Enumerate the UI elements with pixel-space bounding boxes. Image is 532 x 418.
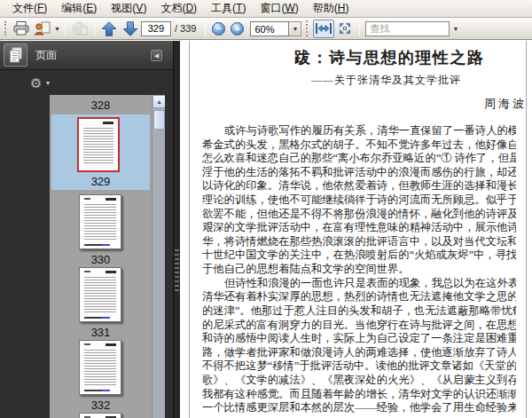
body-text-line: 希金式的头发，黑格尔式的胡子。不知不觉许多年过去，他好像自己也不 bbox=[202, 138, 516, 153]
collapse-panel-button[interactable]: ◀ bbox=[151, 50, 162, 61]
body-text-line: 欲罢不能，但他还是不得不将那份浪漫的情怀，融化到他的诗评及至更加 bbox=[202, 208, 516, 222]
page-number-input[interactable] bbox=[141, 21, 171, 36]
body-text-line: 淫于他的生活的落拓不羁和批评活动中的浪漫而感伤的行旅，却还是给人 bbox=[202, 166, 516, 180]
thumbnail-page[interactable] bbox=[79, 340, 121, 395]
thumbnail-options-button[interactable]: ⚙ ▼ bbox=[30, 76, 51, 90]
zoom-out-button[interactable]: − bbox=[212, 22, 225, 35]
toolbar-separator bbox=[306, 20, 309, 36]
thumbnail-page-label[interactable]: 331 bbox=[50, 326, 152, 339]
page-total-label: / 339 bbox=[175, 23, 196, 34]
thumbnail-page[interactable] bbox=[79, 413, 121, 418]
thumbnail-list: 328329330331332 ▲ bbox=[50, 95, 165, 418]
body-text-line: 路，做学者批评家和做浪漫诗人的两难选择，使他逐渐放弃了诗人的梦而 bbox=[202, 346, 516, 360]
panel-splitter[interactable] bbox=[173, 41, 180, 418]
fit-page-button[interactable] bbox=[334, 20, 356, 38]
body-text-line: 艰深的文学批评活动中，在富有理性意味的精神活动中，展示他诗人的才 bbox=[202, 221, 516, 235]
scroll-up-button[interactable]: ▲ bbox=[153, 95, 165, 108]
document-area[interactable]: 跋：诗与思想的理性之路 ——关于张清华及其文学批评 周海波 或许与诗歌写作的履历… bbox=[180, 41, 532, 418]
thumbnail-header-mark bbox=[84, 343, 90, 345]
menu-document[interactable]: 文档(D) bbox=[153, 0, 204, 18]
body-text-line: 十世纪中国文学的关注中，在热浪喷射后的“火焰或灰烬”中，寻找到属 bbox=[202, 248, 516, 263]
thumbnail-page-label[interactable]: 332 bbox=[50, 398, 152, 412]
previous-page-button[interactable] bbox=[98, 20, 120, 38]
thumbnail-footer-mark bbox=[84, 390, 116, 391]
menu-view[interactable]: 视图(V) bbox=[104, 0, 153, 18]
next-page-button[interactable] bbox=[120, 20, 141, 38]
thumbnail-scrollbar[interactable]: ▲ bbox=[152, 95, 165, 418]
body-text-line: 的尼采式的富有洞穿力的目光。当他穿行在诗与批评之间，在思想的探求 bbox=[202, 319, 516, 333]
collaborate-button[interactable]: ▼ bbox=[32, 20, 61, 38]
body-text-line: 不得不把这梦“移情”于批评活动中。读他的批评文章诸如《天堂的哀 bbox=[202, 359, 516, 374]
find-dropdown-icon[interactable]: ▼ bbox=[450, 21, 461, 36]
thumbnail-page-label[interactable]: 329 bbox=[50, 175, 152, 188]
body-text-line: 歌》、《文学的减法》、《黑夜深处的火光》、《从启蒙主义到存在主义》等， bbox=[202, 374, 516, 388]
arrow-down-icon bbox=[121, 20, 139, 37]
fit-width-button[interactable] bbox=[313, 20, 334, 38]
toolbar-separator bbox=[94, 20, 95, 36]
thumbnail-header-mark bbox=[106, 343, 116, 346]
thumbnail-page-label[interactable]: 328 bbox=[50, 99, 152, 112]
pages-panel-tab[interactable] bbox=[4, 43, 27, 67]
toolbar-grip[interactable] bbox=[4, 21, 8, 35]
thumbnail-text-preview bbox=[84, 350, 116, 387]
panel-toolbar: ⚙ ▼ bbox=[0, 70, 180, 95]
find-input[interactable] bbox=[365, 21, 450, 36]
zoom-level-dropdown[interactable]: ▼ bbox=[289, 21, 301, 36]
thumbnail-header-mark bbox=[106, 271, 116, 273]
body-text-line: 华，将诗情燃烧在那些热浪滚滚的批评语言中，以及对当代文坛和整个二 bbox=[202, 235, 516, 249]
navigation-pane: 页面 ◀ ⚙ ▼ 328329330331332 ▲ bbox=[0, 41, 180, 418]
body-text-line: 我都有这种感觉。而且随着年龄的增长，清华对文学的认识还渐渐升入了 bbox=[202, 388, 516, 402]
document-subtitle: ——关于张清华及其文学批评 bbox=[311, 73, 461, 88]
thumbnail-text-preview bbox=[83, 128, 113, 163]
printer-icon bbox=[12, 20, 30, 36]
splitter-grip[interactable] bbox=[175, 249, 179, 294]
toolbar-separator bbox=[205, 20, 206, 36]
body-text-line: 于他自己的思想着陆点和文学的空间世界。 bbox=[202, 263, 516, 277]
print-button[interactable] bbox=[11, 20, 32, 38]
thumbnail-header-mark bbox=[103, 122, 113, 124]
chevron-down-icon: ▼ bbox=[44, 80, 51, 86]
thumbnail-page[interactable] bbox=[79, 194, 121, 249]
globe-icon bbox=[71, 20, 89, 36]
body-text-line: 和诗的感悟中阅读人生时，实际上为自己设定了一条注定是困难重重的道 bbox=[202, 332, 516, 346]
find-group: ▼ bbox=[365, 21, 461, 36]
panel-title: 页面 bbox=[35, 48, 57, 63]
menu-bar: 文件(F)编辑(E)视图(V)文档(D)工具(T)窗口(W)帮助(H) bbox=[0, 0, 532, 18]
toolbar-separator bbox=[65, 20, 66, 36]
menu-edit[interactable]: 编辑(E) bbox=[54, 0, 104, 18]
document-body: 或许与诗歌写作的履历有关系，清华一直保留了一番诗人的模样：普希金式的头发，黑格尔… bbox=[202, 124, 516, 415]
thumbnail-text-preview bbox=[84, 204, 116, 241]
body-text-line: 清华还有着朴实深厚的思想，热烈的诗情也无法遮掩他文学之思的“内心 bbox=[202, 290, 516, 304]
thumbnail-page[interactable] bbox=[77, 117, 120, 172]
thumbnail-footer-mark bbox=[84, 244, 116, 246]
thumbnail-header-mark bbox=[84, 198, 90, 200]
fit-width-icon bbox=[315, 21, 332, 35]
share-review-button bbox=[69, 20, 90, 38]
panel-header: 页面 ◀ bbox=[0, 41, 180, 70]
menu-file[interactable]: 文件(F) bbox=[5, 0, 54, 18]
body-text-line: 怎么欢喜和迷恋自己的那些“离小布尔乔亚略近的”① 诗作了，但是，浸 bbox=[202, 152, 516, 166]
thumbnail-items: 328329330331332 bbox=[50, 95, 152, 418]
scrollbar-thumb[interactable] bbox=[153, 110, 165, 130]
thumbnail-page-label[interactable]: 330 bbox=[50, 253, 152, 266]
menu-tools[interactable]: 工具(T) bbox=[204, 0, 253, 18]
menu-help[interactable]: 帮助(H) bbox=[306, 0, 356, 18]
menu-window[interactable]: 窗口(W) bbox=[253, 0, 305, 18]
page-left-edge bbox=[189, 41, 190, 418]
chevron-down-icon: ▼ bbox=[54, 26, 60, 32]
document-title: 跋：诗与思想的理性之路 bbox=[294, 47, 485, 68]
body-text-line: 以诗化的印象。清华说，他依然爱着诗，但教师生涯的选择和漫长的职业 bbox=[202, 179, 516, 193]
zoom-in-button[interactable]: + bbox=[231, 22, 244, 35]
toolbar: ▼ / 339 − bbox=[0, 18, 532, 40]
toolbar-separator bbox=[359, 20, 360, 36]
thumbnail-footer-mark bbox=[84, 317, 116, 319]
thumbnail-text-preview bbox=[84, 277, 116, 314]
fit-page-icon bbox=[336, 21, 354, 35]
body-text-line: 的迷津”。他那过于惹人注目的头发和胡子，也无法遮蔽那略带忧郁色调 bbox=[202, 304, 516, 319]
gear-icon: ⚙ bbox=[30, 76, 42, 90]
body-text-line: 理论的训练，使他不可能继续徜徉于诗的河流而无所顾忌。似乎于心不甘 bbox=[202, 193, 516, 208]
zoom-level-value[interactable]: 60% bbox=[250, 21, 289, 36]
document-author: 周海波 bbox=[484, 96, 527, 112]
collaborate-icon bbox=[33, 20, 52, 36]
thumbnail-page[interactable] bbox=[79, 267, 121, 322]
